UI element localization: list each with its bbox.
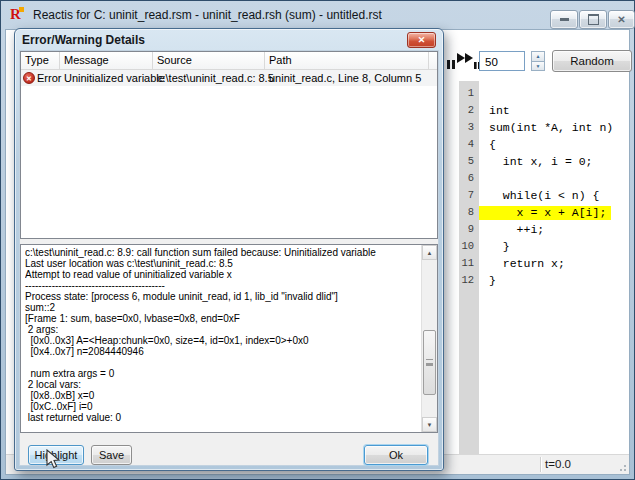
line-number: 9: [459, 221, 479, 238]
code-text: while(i < n) {: [479, 187, 599, 204]
line-number: 2: [459, 102, 479, 119]
code-text: return x;: [479, 255, 565, 272]
column-header-message[interactable]: Message: [60, 52, 153, 69]
code-line[interactable]: 12}: [459, 272, 613, 289]
code-line[interactable]: 3sum(int *A, int n): [459, 119, 613, 136]
code-line[interactable]: 9 ++i;: [459, 221, 613, 238]
screen: R Reactis for C: uninit_read.rsm - unini…: [0, 0, 635, 480]
spinner-up-button[interactable]: ▲: [531, 51, 545, 62]
reactis-app-icon: R: [10, 7, 26, 23]
code-line[interactable]: 6: [459, 170, 613, 187]
code-line[interactable]: 7 while(i < n) {: [459, 187, 613, 204]
code-text: int: [479, 102, 510, 119]
status-divider: [540, 457, 541, 472]
dialog-title: Error/Warning Details: [22, 33, 145, 47]
simulation-time: t=0.0: [545, 458, 571, 470]
code-line[interactable]: 5 int x, i = 0;: [459, 153, 613, 170]
code-line[interactable]: 2int: [459, 102, 613, 119]
code-editor[interactable]: 12int3sum(int *A, int n)4{5 int x, i = 0…: [459, 85, 613, 289]
table-row[interactable]: ✕ Error Uninitialized variable c:\test\u…: [21, 70, 437, 86]
code-text: [479, 170, 489, 187]
line-number: 6: [459, 170, 479, 187]
error-table: Type Message Source Path ✕ Error Uniniti…: [20, 51, 438, 239]
dialog-close-icon: ✕: [418, 35, 426, 45]
code-line[interactable]: 10 }: [459, 238, 613, 255]
error-details-text: c:\test\uninit_read.c: 8.9: call functio…: [25, 247, 421, 432]
code-text: x = x + A[i];: [479, 204, 611, 221]
error-warning-dialog: Error/Warning Details ✕ Type Message Sou…: [14, 28, 444, 471]
code-text: sum(int *A, int n): [479, 119, 613, 136]
line-number: 4: [459, 136, 479, 153]
minimize-icon: [560, 18, 569, 21]
random-steps-input[interactable]: [479, 51, 525, 71]
code-line[interactable]: 11 return x;: [459, 255, 613, 272]
mouse-cursor: [46, 449, 61, 470]
code-text: {: [479, 136, 496, 153]
spinner-down-icon: ▼: [536, 63, 541, 69]
scroll-up-button[interactable]: ▲: [422, 245, 437, 260]
pause-icon[interactable]: [447, 60, 455, 69]
error-table-header: Type Message Source Path: [21, 52, 437, 70]
line-number: 12: [459, 272, 479, 289]
highlighted-statement: x = x + A[i];: [479, 206, 611, 220]
scroll-down-button[interactable]: ▼: [422, 417, 437, 432]
spinner-down-button[interactable]: ▼: [531, 62, 545, 72]
error-source: c:\test\uninit_read.c: 8.5: [153, 72, 265, 84]
line-number: 11: [459, 255, 479, 272]
window-titlebar[interactable]: R Reactis for C: uninit_read.rsm - unini…: [1, 1, 634, 29]
column-header-source[interactable]: Source: [153, 52, 265, 69]
maximize-button[interactable]: [579, 10, 607, 29]
close-button[interactable]: ✕: [608, 10, 635, 29]
resize-grip[interactable]: [617, 462, 626, 471]
scroll-down-icon: ▼: [427, 422, 433, 428]
random-button[interactable]: Random: [552, 50, 632, 72]
close-icon: ✕: [617, 14, 625, 25]
fast-forward-icon[interactable]: [457, 52, 481, 70]
details-scrollbar[interactable]: ▲ ▼: [421, 245, 437, 432]
line-number: 7: [459, 187, 479, 204]
code-text: [479, 85, 489, 102]
line-number: 8: [459, 204, 479, 221]
line-number: 10: [459, 238, 479, 255]
minimize-button[interactable]: [550, 10, 578, 29]
scrollbar-thumb[interactable]: [423, 330, 436, 395]
details-panel: c:\test\uninit_read.c: 8.9: call functio…: [20, 244, 438, 433]
steps-spinner: ▲ ▼: [531, 51, 545, 71]
maximize-icon: [588, 14, 599, 25]
spinner-up-icon: ▲: [536, 53, 541, 59]
ok-button[interactable]: Ok: [364, 445, 428, 465]
code-text: int x, i = 0;: [479, 153, 593, 170]
save-button[interactable]: Save: [91, 445, 132, 465]
window-title: Reactis for C: uninit_read.rsm - uninit_…: [33, 8, 382, 22]
error-type: Error: [37, 72, 61, 84]
error-path: uninit_read.c, Line 8, Column 5: [265, 72, 429, 84]
dialog-titlebar[interactable]: Error/Warning Details ✕: [15, 29, 443, 50]
code-text: }: [479, 238, 510, 255]
code-line[interactable]: 8 x = x + A[i];: [459, 204, 613, 221]
line-number: 1: [459, 85, 479, 102]
column-header-type[interactable]: Type: [21, 52, 60, 69]
code-text: }: [479, 272, 496, 289]
dialog-body: Type Message Source Path ✕ Error Uniniti…: [19, 50, 439, 466]
code-text: ++i;: [479, 221, 544, 238]
line-number: 3: [459, 119, 479, 136]
code-line[interactable]: 1: [459, 85, 613, 102]
scroll-up-icon: ▲: [427, 250, 433, 256]
error-icon: ✕: [23, 72, 35, 84]
dialog-close-button[interactable]: ✕: [407, 32, 436, 48]
code-line[interactable]: 4{: [459, 136, 613, 153]
line-number: 5: [459, 153, 479, 170]
column-header-path[interactable]: Path: [265, 52, 429, 69]
error-message: Uninitialized variable: [60, 72, 153, 84]
